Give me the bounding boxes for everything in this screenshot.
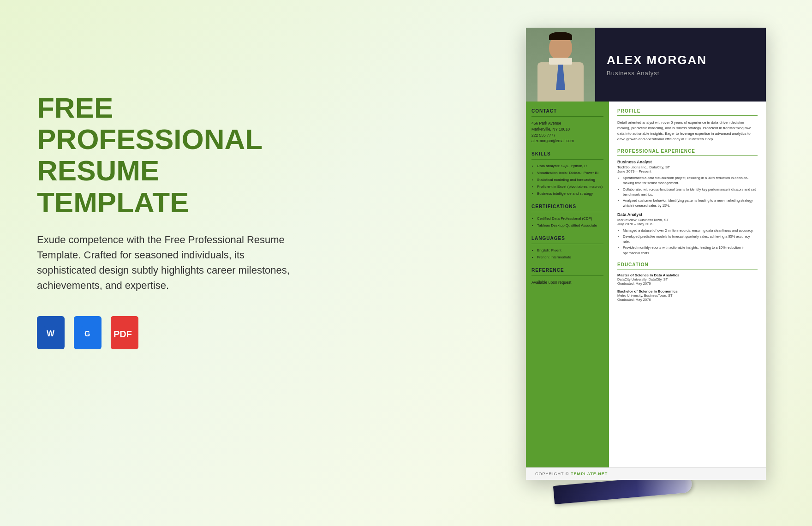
resume-person-title: Business Analyst [607,70,754,77]
edu-degree-1: Master of Science in Data Analytics [617,273,758,277]
description-text: Exude competence with the Free Professio… [37,232,295,293]
edu-grad-1: Graduated: May 2079 [617,281,758,286]
education-entry-2: Bachelor of Science in Economics Metro U… [617,289,758,302]
heading-line1: FREE PROFESSIONAL [37,92,263,155]
svg-text:G: G [84,330,90,338]
profile-section: PROFILE Detail-oriented analyst with ove… [617,108,758,142]
contact-title: CONTACT [531,108,603,114]
list-item: Tableau Desktop Qualified Associate [537,223,603,228]
list-item: Visualization tools: Tableau, Power BI [537,170,603,176]
languages-section: LANGUAGES English: Fluent French: Interm… [531,236,603,260]
languages-divider [531,244,603,244]
reference-title: REFERENCE [531,268,603,273]
list-item: Certified Data Professional (CDP) [537,216,603,221]
list-item: Spearheaded a data visualization project… [623,175,758,186]
copyright-label: COPYRIGHT © [535,472,571,476]
reference-divider [531,275,603,276]
skills-title: SKILLS [531,151,603,156]
edu-school-1: DataCity University, DataCity, ST [617,277,758,281]
template-brand: TEMPLATE.NET [571,472,608,476]
resume-name-section: ALEX MORGAN Business Analyst [595,28,766,102]
resume-main-content: PROFILE Detail-oriented analyst with ove… [609,102,766,467]
list-item: Statistical modeling and forecasting [537,177,603,183]
edu-grad-2: Graduated: May 2076 [617,298,758,302]
docs-format-icon[interactable]: G [74,316,102,349]
list-item: Analyzed customer behavior, identifying … [623,198,758,209]
list-item: Managed a dataset of over 2 million reco… [623,228,758,233]
profile-divider [617,115,758,116]
edu-degree-2: Bachelor of Science in Economics [617,289,758,293]
education-entry-1: Master of Science in Data Analytics Data… [617,273,758,286]
list-item: Data analysis: SQL, Python, R [537,163,603,169]
copyright-text: COPYRIGHT © TEMPLATE.NET [535,472,608,476]
list-item: Collaborated with cross-functional teams… [623,187,758,197]
pdf-format-icon[interactable]: PDF [111,316,138,349]
education-title: EDUCATION [617,262,758,267]
certifications-list: Certified Data Professional (CDP) Tablea… [531,216,603,228]
languages-list: English: Fluent French: Intermediate [531,248,603,260]
edu-school-2: Metro University, BusinessTown, ST [617,293,758,298]
job-company-1: TechSolutions Inc., DataCity, STJune 207… [617,165,758,173]
languages-title: LANGUAGES [531,236,603,241]
format-icons-group: W G PDF [37,316,295,349]
job-bullets-2: Managed a dataset of over 2 million reco… [617,228,758,256]
profile-title: PROFILE [617,108,758,114]
heading-line2: RESUME TEMPLATE [37,155,189,218]
certifications-section: CERTIFICATIONS Certified Data Profession… [531,204,603,228]
list-item: Business intelligence and strategy [537,191,603,197]
skills-section: SKILLS Data analysis: SQL, Python, R Vis… [531,151,603,197]
certifications-title: CERTIFICATIONS [531,204,603,209]
list-item: Proficient in Excel (pivot tables, macro… [537,184,603,190]
svg-text:W: W [47,329,54,338]
experience-section: PROFESSIONAL EXPERIENCE Business Analyst… [617,149,758,256]
profile-text: Detail-oriented analyst with over 5 year… [617,120,758,142]
list-item: Developed predictive models to forecast … [623,234,758,245]
resume-body: CONTACT 456 Park Avenue Marketville, NY … [526,102,766,467]
resume-person-name: ALEX MORGAN [607,53,754,67]
certifications-divider [531,212,603,212]
list-item: English: Fluent [537,248,603,253]
contact-address: 456 Park Avenue Marketville, NY 10010 22… [531,120,603,144]
skills-list: Data analysis: SQL, Python, R Visualizat… [531,163,603,197]
job-title-2: Data Analyst [617,212,758,217]
resume-header: ALEX MORGAN Business Analyst [526,28,766,102]
job-bullets-1: Spearheaded a data visualization project… [617,175,758,209]
list-item: Provided monthly reports with actionable… [623,245,758,256]
resume-footer: COPYRIGHT © TEMPLATE.NET [526,467,766,480]
skills-divider [531,159,603,160]
main-heading: FREE PROFESSIONAL RESUME TEMPLATE [37,92,295,218]
resume-preview: ALEX MORGAN Business Analyst CONTACT 456… [526,28,766,480]
contact-divider [531,116,603,117]
list-item: French: Intermediate [537,255,603,260]
left-panel: FREE PROFESSIONAL RESUME TEMPLATE Exude … [37,92,295,349]
education-section: EDUCATION Master of Science in Data Anal… [617,262,758,302]
contact-section: CONTACT 456 Park Avenue Marketville, NY … [531,108,603,144]
reference-section: REFERENCE Available upon request [531,268,603,286]
education-divider [617,269,758,270]
job-company-2: MarketView, BusinessTown, STJuly 2076 – … [617,218,758,226]
experience-divider [617,155,758,156]
reference-text: Available upon request [531,280,603,286]
word-format-icon[interactable]: W [37,316,65,349]
job-title-1: Business Analyst [617,160,758,164]
svg-text:PDF: PDF [113,329,132,339]
experience-title: PROFESSIONAL EXPERIENCE [617,149,758,154]
resume-photo [526,28,595,102]
resume-sidebar: CONTACT 456 Park Avenue Marketville, NY … [526,102,609,467]
